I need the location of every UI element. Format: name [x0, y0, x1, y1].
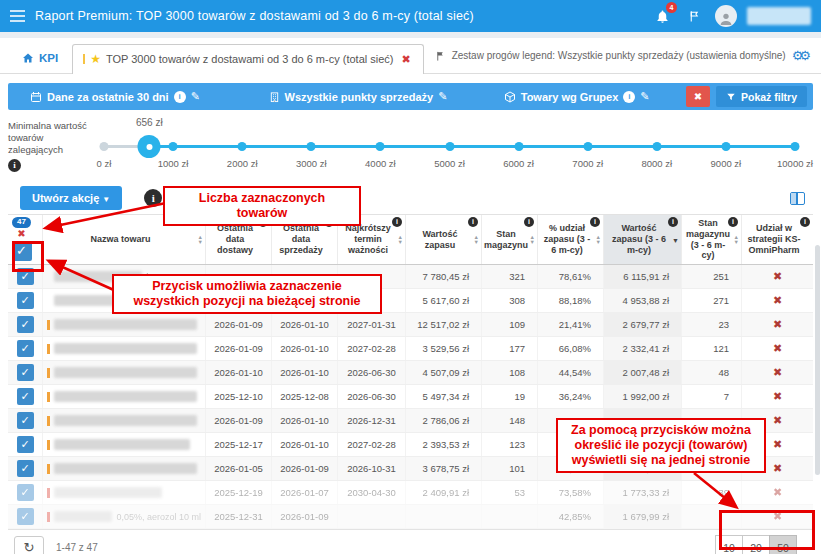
- table-cell: 3 529,56 zł: [405, 337, 481, 360]
- edit-icon[interactable]: ✎: [191, 90, 200, 103]
- remove-from-strategy-icon[interactable]: ✖: [773, 414, 782, 427]
- tab-active-report[interactable]: ★ TOP 3000 towarów z dostawami od 3 do 6…: [72, 44, 424, 74]
- remove-from-strategy-icon[interactable]: ✖: [773, 318, 782, 331]
- notifications-button[interactable]: 4: [651, 5, 673, 27]
- refresh-button[interactable]: ↻: [14, 536, 44, 554]
- remove-from-strategy-icon[interactable]: ✖: [773, 294, 782, 307]
- sort-icon[interactable]: ▲▼: [474, 234, 479, 245]
- remove-from-strategy-icon[interactable]: ✖: [773, 390, 782, 403]
- column-header[interactable]: Udział w strategii KS-OmniPharmi: [741, 215, 813, 264]
- row-checkbox[interactable]: ✓: [17, 388, 34, 405]
- slider-tick-dot[interactable]: [791, 142, 800, 151]
- remove-from-strategy-icon[interactable]: ✖: [773, 486, 782, 499]
- remove-from-strategy-icon[interactable]: ✖: [773, 270, 782, 283]
- settings-gears-icon[interactable]: ⚙⚙: [792, 48, 813, 63]
- flag-button[interactable]: [683, 5, 705, 27]
- product-name-cell[interactable]: [42, 361, 205, 384]
- vertical-scrollbar[interactable]: [815, 245, 820, 475]
- info-icon[interactable]: i: [174, 91, 186, 103]
- edit-icon[interactable]: ✎: [438, 90, 447, 103]
- info-icon[interactable]: i: [392, 217, 402, 227]
- hamburger-menu-icon[interactable]: [10, 10, 25, 22]
- row-checkbox[interactable]: ✓: [17, 508, 34, 525]
- goods-filter[interactable]: Towary wg Grupex i ✎: [504, 90, 650, 103]
- product-name-cell[interactable]: [42, 433, 205, 456]
- slider-tick-dot[interactable]: [100, 142, 109, 151]
- clear-selection-icon[interactable]: ✖: [17, 228, 25, 239]
- product-name-cell[interactable]: [42, 457, 205, 480]
- slider-tick-dot[interactable]: [376, 142, 385, 151]
- product-name-cell[interactable]: [42, 481, 205, 504]
- info-icon[interactable]: i: [144, 189, 162, 207]
- edit-icon[interactable]: ✎: [640, 90, 649, 103]
- row-checkbox[interactable]: ✓: [17, 412, 34, 429]
- row-checkbox[interactable]: ✓: [17, 484, 34, 501]
- product-name-cell[interactable]: [42, 409, 205, 432]
- sort-icon[interactable]: ▲▼: [734, 234, 739, 245]
- row-checkbox-cell: ✓: [8, 433, 42, 456]
- sort-icon[interactable]: ▲▼: [530, 234, 535, 245]
- tab-kpi[interactable]: KPI: [8, 52, 72, 73]
- favorite-star-icon[interactable]: ★: [90, 52, 101, 66]
- row-checkbox[interactable]: ✓: [17, 292, 34, 309]
- clear-filters-button[interactable]: ✖: [686, 86, 710, 107]
- sort-icon[interactable]: ▲▼: [398, 234, 403, 245]
- info-icon[interactable]: i: [524, 217, 534, 227]
- slider-label: Minimalna wartość towarów zalegających i: [8, 116, 90, 180]
- row-checkbox[interactable]: ✓: [17, 460, 34, 477]
- slider-tick-dot[interactable]: [169, 142, 178, 151]
- table-cell: 2 786,06 zł: [405, 409, 481, 432]
- create-action-button[interactable]: Utwórz akcję ▼: [20, 186, 122, 210]
- info-icon[interactable]: i: [468, 217, 478, 227]
- row-checkbox[interactable]: ✓: [17, 436, 34, 453]
- pos-filter[interactable]: Wszystkie punkty sprzedaży ✎: [269, 90, 448, 103]
- row-checkbox[interactable]: ✓: [17, 364, 34, 381]
- remove-from-strategy-icon[interactable]: ✖: [773, 366, 782, 379]
- row-checkbox-cell: ✓: [8, 337, 42, 360]
- column-header[interactable]: % udział zapasu (3 - 6 m-cy)i▲▼: [537, 215, 603, 264]
- user-avatar[interactable]: [715, 5, 737, 27]
- product-name-cell[interactable]: [42, 313, 205, 336]
- table-cell: 21,41%: [537, 313, 603, 336]
- slider-tick-dot[interactable]: [721, 142, 730, 151]
- row-checkbox-cell: ✓: [8, 505, 42, 528]
- info-icon[interactable]: i: [728, 217, 738, 227]
- legend-tick: [47, 296, 50, 306]
- remove-from-strategy-icon[interactable]: ✖: [773, 342, 782, 355]
- product-name-cell[interactable]: 0,05%, aerozol 10 ml: [42, 505, 205, 528]
- sort-icon[interactable]: ▲▼: [198, 234, 203, 245]
- remove-from-strategy-icon[interactable]: ✖: [773, 438, 782, 451]
- slider-tick-dot[interactable]: [583, 142, 592, 151]
- sort-desc-icon[interactable]: ▼: [672, 236, 679, 243]
- info-icon[interactable]: i: [623, 91, 635, 103]
- column-settings-icon[interactable]: [790, 192, 805, 205]
- row-checkbox[interactable]: ✓: [17, 316, 34, 333]
- column-header[interactable]: Stan magazynui▲▼: [481, 215, 537, 264]
- column-header[interactable]: Stan magazynu (3 - 6 m-cy)i▲▼: [681, 215, 741, 264]
- slider-tick-label: 0 zł: [97, 158, 112, 169]
- product-name-cell[interactable]: [42, 385, 205, 408]
- slider-tick-dot[interactable]: [307, 142, 316, 151]
- product-name-cell[interactable]: [42, 337, 205, 360]
- value-slider[interactable]: 0 zł 1000 zł 2000 zł 3000 zł 4000 zł 500…: [104, 116, 795, 180]
- redacted-product-name: [54, 439, 190, 450]
- show-filters-button[interactable]: Pokaż filtry: [716, 86, 807, 107]
- column-header[interactable]: Wartość zapasu (3 - 6 m-cy)i▼: [603, 215, 681, 264]
- close-tab-icon[interactable]: ✖: [402, 53, 411, 66]
- slider-tick-dot[interactable]: [238, 142, 247, 151]
- home-icon: [22, 52, 34, 64]
- info-icon[interactable]: i: [590, 217, 600, 227]
- strategy-cell: ✖: [741, 481, 813, 504]
- sort-icon[interactable]: ▲▼: [596, 234, 601, 245]
- info-icon[interactable]: i: [800, 217, 810, 227]
- slider-handle[interactable]: [138, 135, 161, 158]
- slider-tick-dot[interactable]: [445, 142, 454, 151]
- info-icon[interactable]: i: [8, 159, 21, 172]
- info-icon[interactable]: i: [668, 217, 678, 227]
- date-range-filter[interactable]: Dane za ostatnie 30 dni i ✎: [30, 90, 200, 103]
- column-header[interactable]: Wartość zapasui▲▼: [405, 215, 481, 264]
- slider-tick-dot[interactable]: [652, 142, 661, 151]
- row-checkbox[interactable]: ✓: [17, 340, 34, 357]
- slider-tick-dot[interactable]: [514, 142, 523, 151]
- remove-from-strategy-icon[interactable]: ✖: [773, 462, 782, 475]
